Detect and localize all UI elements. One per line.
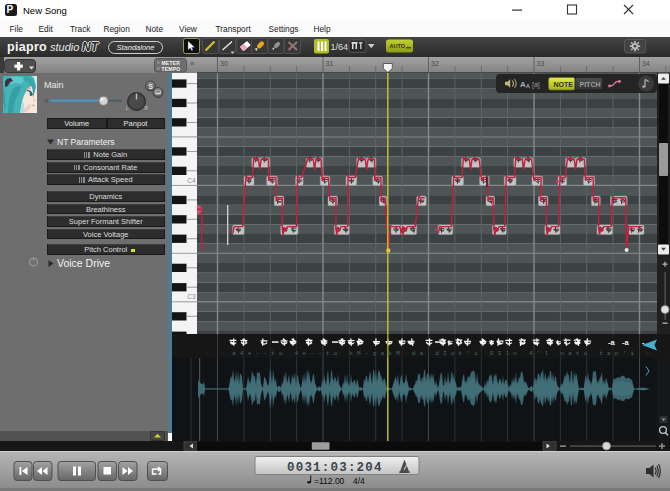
svg-text:33: 33 (537, 60, 545, 67)
svg-text:L: L (126, 106, 129, 111)
svg-text:4/4: 4/4 (353, 476, 365, 486)
svg-text:NOTE: NOTE (554, 81, 574, 88)
svg-text:34: 34 (642, 60, 650, 67)
svg-text:=112.00: =112.00 (314, 476, 345, 486)
svg-text:32: 32 (431, 60, 439, 67)
svg-text:0031:03:204: 0031:03:204 (287, 461, 383, 475)
svg-text:R: R (145, 106, 149, 111)
svg-text:A: A (526, 83, 530, 89)
svg-text:31: 31 (326, 60, 334, 67)
svg-text:METER: METER (162, 60, 181, 66)
svg-text:[a]: [a] (532, 81, 540, 89)
svg-text:PITCH: PITCH (580, 81, 601, 88)
svg-text:AUTO: AUTO (390, 43, 406, 49)
svg-text:30: 30 (220, 60, 228, 67)
svg-text:C3: C3 (187, 293, 196, 300)
svg-text:C4: C4 (187, 177, 196, 184)
svg-text:a4e--to 4e--to kM-gakM da dIok: a4e--to 4e--to kM-gakM da dIok'i SIln 4'… (232, 350, 654, 357)
svg-text:1/64: 1/64 (331, 42, 349, 52)
svg-text:TEMPO: TEMPO (162, 66, 181, 72)
svg-text:S: S (149, 83, 154, 90)
